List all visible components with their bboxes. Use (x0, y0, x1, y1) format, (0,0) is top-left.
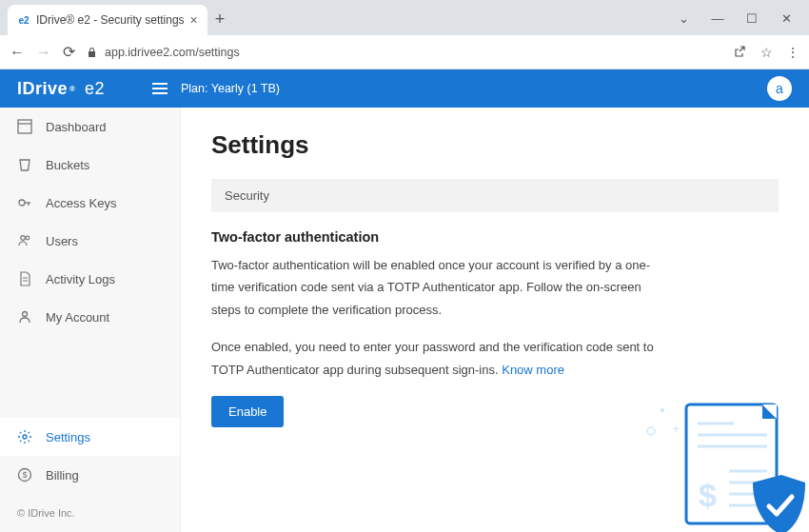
sidebar-item-label: Users (46, 234, 78, 248)
back-button[interactable]: ← (10, 44, 25, 61)
browser-tab-bar: e2 IDrive® e2 - Security settings × + ⌄ … (0, 0, 809, 35)
hamburger-icon[interactable] (152, 83, 168, 94)
reload-button[interactable]: ⟳ (63, 43, 75, 61)
sidebar-item-label: Activity Logs (46, 272, 115, 286)
plan-label: Plan: Yearly (1 TB) (181, 82, 280, 95)
window-controls: ⌄ ― ☐ ✕ (670, 11, 809, 35)
svg-point-13 (661, 408, 664, 412)
tfa-title: Two-factor authentication (211, 229, 779, 245)
sidebar-item-activity-logs[interactable]: Activity Logs (0, 260, 180, 298)
billing-illustration: + $ (643, 387, 805, 532)
chevron-down-icon[interactable]: ⌄ (670, 11, 697, 26)
browser-tab[interactable]: e2 IDrive® e2 - Security settings × (8, 5, 207, 35)
copyright: © IDrive Inc. (0, 494, 180, 532)
share-icon[interactable] (733, 45, 747, 59)
page-title: Settings (211, 130, 779, 160)
star-icon[interactable]: ☆ (760, 45, 773, 60)
tab-favicon-icon: e2 (17, 13, 30, 27)
svg-point-9 (23, 312, 28, 317)
gear-icon (17, 429, 32, 444)
brand-logo[interactable]: IDrive® e2 (17, 79, 105, 99)
url-text: app.idrivee2.com/settings (105, 46, 240, 59)
sidebar-item-label: My Account (46, 310, 109, 325)
sidebar-item-settings[interactable]: Settings (0, 418, 180, 456)
svg-rect-0 (18, 120, 31, 133)
sidebar-item-users[interactable]: Users (0, 222, 180, 260)
sidebar-item-buckets[interactable]: Buckets (0, 146, 180, 184)
sidebar: Dashboard Buckets Access Keys Users (0, 108, 181, 532)
sidebar-item-label: Buckets (46, 158, 89, 172)
svg-point-6 (26, 236, 30, 240)
dashboard-icon (17, 119, 32, 134)
svg-point-2 (19, 200, 25, 206)
sidebar-item-label: Settings (46, 430, 90, 444)
sidebar-item-my-account[interactable]: My Account (0, 298, 180, 336)
svg-point-5 (21, 236, 26, 241)
sidebar-item-access-keys[interactable]: Access Keys (0, 184, 180, 222)
avatar[interactable]: a (767, 76, 792, 101)
close-window-icon[interactable]: ✕ (773, 11, 799, 26)
svg-text:+: + (672, 421, 680, 436)
url-input[interactable]: app.idrivee2.com/settings (87, 46, 721, 59)
dollar-icon: $ (17, 467, 32, 483)
know-more-link[interactable]: Know more (502, 363, 564, 377)
document-icon (17, 271, 32, 286)
svg-point-14 (647, 427, 655, 435)
enable-button[interactable]: Enable (211, 396, 284, 427)
menu-icon[interactable]: ⋮ (786, 45, 799, 60)
minimize-icon[interactable]: ― (704, 11, 731, 26)
sidebar-item-label: Dashboard (46, 120, 107, 134)
svg-text:$: $ (22, 470, 27, 480)
users-icon (17, 233, 32, 248)
maximize-icon[interactable]: ☐ (739, 11, 765, 26)
tab-title: IDrive® e2 - Security settings (36, 13, 185, 27)
close-tab-icon[interactable]: × (190, 12, 198, 28)
main-content: Settings Security Two-factor authenticat… (181, 108, 809, 532)
sidebar-item-label: Access Keys (46, 196, 116, 210)
bucket-icon (17, 157, 32, 172)
sidebar-item-dashboard[interactable]: Dashboard (0, 108, 180, 146)
section-header: Security (211, 179, 779, 212)
app-header: IDrive® e2 Plan: Yearly (1 TB) a (0, 69, 809, 108)
sidebar-item-label: Billing (46, 468, 79, 483)
new-tab-button[interactable]: + (215, 10, 226, 35)
svg-text:$: $ (699, 477, 717, 513)
key-icon (17, 195, 32, 210)
forward-button[interactable]: → (36, 44, 51, 61)
tfa-description-2: Once enabled, you need to enter your pas… (211, 336, 668, 381)
svg-point-10 (23, 435, 27, 439)
tfa-description-1: Two-factor authentication will be enable… (211, 254, 668, 321)
account-icon (17, 309, 32, 325)
lock-icon (87, 47, 97, 58)
sidebar-item-billing[interactable]: $ Billing (0, 456, 180, 494)
address-bar: ← → ⟳ app.idrivee2.com/settings ☆ ⋮ (0, 35, 809, 69)
